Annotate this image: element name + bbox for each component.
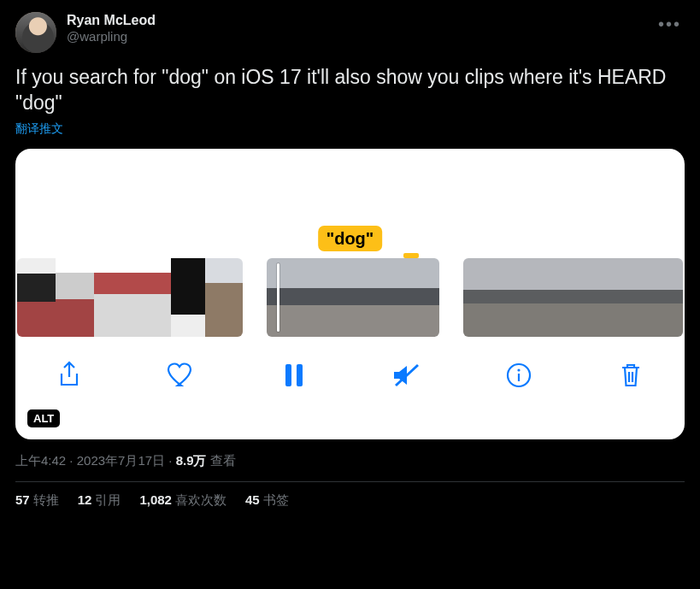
thumbnail (463, 258, 501, 337)
tweet-date[interactable]: 2023年7月17日 (77, 453, 165, 468)
tweet-time[interactable]: 上午4:42 (15, 453, 66, 468)
trash-icon[interactable] (606, 356, 656, 395)
stat-bookmarks[interactable]: 45书签 (245, 492, 289, 509)
views-count[interactable]: 8.9万 (176, 453, 207, 468)
display-name: Ryan McLeod (67, 12, 156, 29)
stat-quotes[interactable]: 12引用 (78, 492, 121, 509)
author-names[interactable]: Ryan McLeod @warpling (67, 12, 156, 45)
svg-point-4 (517, 368, 520, 371)
pause-icon[interactable] (269, 356, 319, 395)
tweet-container: Ryan McLeod @warpling ••• If you search … (0, 0, 700, 509)
thumbnail (17, 258, 56, 337)
media-preview-top: "dog" (15, 149, 685, 258)
media-attachment[interactable]: "dog" (15, 149, 685, 439)
thumbnail (356, 258, 400, 337)
thumbnail (651, 258, 683, 337)
meta-separator: · (165, 453, 176, 468)
divider (15, 481, 685, 482)
thumbnail (205, 258, 243, 337)
thumbnail (56, 258, 94, 337)
info-icon[interactable] (494, 356, 544, 395)
stat-retweets[interactable]: 57转推 (15, 492, 59, 509)
thumbnail (538, 258, 576, 337)
caption-tag: "dog" (318, 226, 383, 251)
user-handle: @warpling (67, 29, 156, 45)
avatar[interactable] (15, 12, 56, 53)
alt-badge[interactable]: ALT (27, 409, 60, 427)
thumbnail (614, 258, 651, 337)
clip-strip-3[interactable] (463, 258, 683, 337)
tweet-header: Ryan McLeod @warpling ••• (15, 12, 685, 53)
heart-icon[interactable] (156, 356, 206, 395)
video-timeline-strips (15, 258, 685, 337)
thumbnail (311, 258, 356, 337)
clip-strip-1[interactable] (17, 258, 243, 337)
thumbnail (132, 258, 171, 337)
svg-rect-1 (297, 364, 303, 386)
tweet-text: If you search for "dog" on iOS 17 it'll … (15, 65, 685, 116)
thumbnail (400, 258, 439, 337)
tweet-stats: 57转推 12引用 1,082喜欢次数 45书签 (15, 492, 685, 509)
tweet-meta: 上午4:42 · 2023年7月17日 · 8.9万 查看 (15, 453, 685, 469)
more-options-button[interactable]: ••• (655, 12, 685, 36)
translate-link[interactable]: 翻译推文 (15, 121, 63, 137)
meta-separator: · (66, 453, 77, 468)
share-icon[interactable] (44, 356, 94, 395)
thumbnail (501, 258, 538, 337)
thumbnail (171, 258, 205, 337)
thumbnail (94, 258, 132, 337)
thumbnail (576, 258, 614, 337)
views-label: 查看 (210, 453, 236, 468)
stat-likes[interactable]: 1,082喜欢次数 (139, 492, 226, 509)
timeline-marker (403, 253, 419, 258)
clip-strip-2[interactable] (267, 258, 439, 337)
mute-icon[interactable] (381, 356, 431, 395)
thumbnail (267, 258, 311, 337)
media-toolbar (15, 337, 685, 395)
svg-rect-0 (285, 364, 291, 386)
